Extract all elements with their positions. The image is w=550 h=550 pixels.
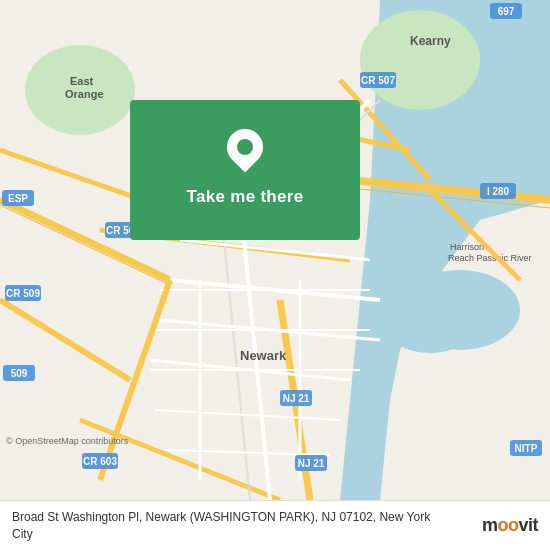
svg-text:CR 603: CR 603 bbox=[83, 456, 117, 467]
location-overlay: Take me there bbox=[130, 100, 360, 240]
svg-text:697: 697 bbox=[498, 6, 515, 17]
svg-text:NJ 21: NJ 21 bbox=[283, 393, 310, 404]
osm-credit-text: © OpenStreetMap contributors bbox=[6, 436, 128, 446]
svg-text:East: East bbox=[70, 75, 94, 87]
map-pin-icon bbox=[227, 129, 263, 173]
svg-text:ESP: ESP bbox=[8, 193, 28, 204]
svg-point-4 bbox=[360, 10, 480, 110]
moovit-logo-text: moovit bbox=[482, 515, 538, 536]
moovit-logo: moovit bbox=[482, 515, 538, 536]
osm-credit: © OpenStreetMap contributors bbox=[6, 436, 128, 446]
map-container: ESP CR 509 509 CR 500 CR 650 CR 507 I 28… bbox=[0, 0, 550, 500]
moovit-oo: oo bbox=[497, 515, 518, 535]
svg-text:CR 509: CR 509 bbox=[6, 288, 40, 299]
svg-text:Newark: Newark bbox=[240, 348, 287, 363]
map-background: ESP CR 509 509 CR 500 CR 650 CR 507 I 28… bbox=[0, 0, 550, 500]
svg-text:NJ 21: NJ 21 bbox=[298, 458, 325, 469]
svg-text:Harrison: Harrison bbox=[450, 242, 484, 252]
take-me-there-button[interactable]: Take me there bbox=[179, 183, 312, 211]
svg-text:CR 507: CR 507 bbox=[361, 75, 395, 86]
svg-text:Orange: Orange bbox=[65, 88, 104, 100]
svg-text:NITP: NITP bbox=[515, 443, 538, 454]
svg-text:Kearny: Kearny bbox=[410, 34, 451, 48]
bottom-bar: Broad St Washington Pl, Newark (WASHINGT… bbox=[0, 500, 550, 550]
svg-text:Reach Passaic River: Reach Passaic River bbox=[448, 253, 532, 263]
svg-text:509: 509 bbox=[11, 368, 28, 379]
address-text: Broad St Washington Pl, Newark (WASHINGT… bbox=[12, 509, 442, 543]
svg-text:I 280: I 280 bbox=[487, 186, 510, 197]
